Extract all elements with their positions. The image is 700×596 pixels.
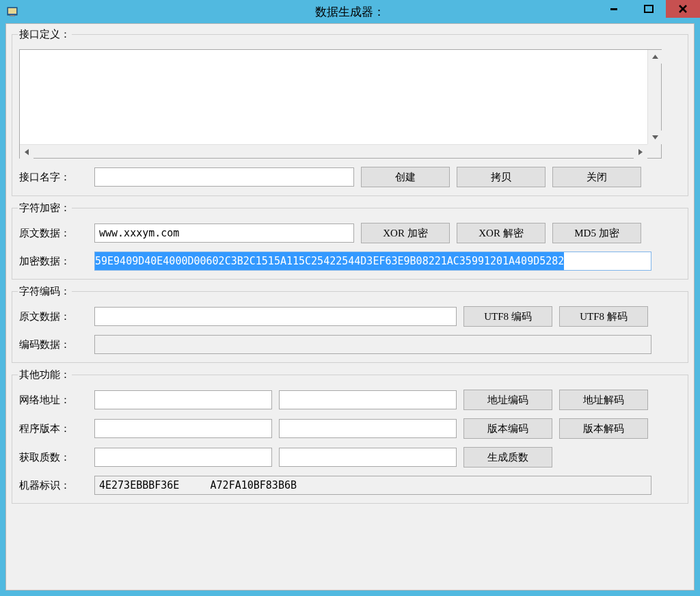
scroll-corner: [647, 144, 661, 158]
interface-def-textarea[interactable]: [19, 49, 662, 159]
version-encode-button[interactable]: 版本编码: [463, 418, 552, 439]
svg-rect-4: [610, 8, 617, 10]
svg-rect-2: [10, 15, 14, 16]
prime-label: 获取质数：: [19, 451, 88, 464]
encode-plain-label: 原文数据：: [19, 310, 88, 323]
group-legend: 字符加密：: [18, 202, 72, 215]
minimize-button[interactable]: [597, 0, 632, 18]
app-window: 数据生成器： 接口定义：: [0, 0, 700, 596]
machine-id-output[interactable]: 4E273EBBBF36E A72FA10BF83B6B: [94, 476, 651, 495]
group-interface-def: 接口定义：: [12, 28, 688, 196]
encode-plain-input[interactable]: [94, 307, 457, 326]
window-title: 数据生成器：: [0, 4, 700, 20]
version-input1[interactable]: [94, 419, 272, 438]
scroll-up-icon[interactable]: [648, 50, 662, 64]
horizontal-scrollbar[interactable]: [20, 144, 647, 158]
gen-prime-button[interactable]: 生成质数: [463, 447, 552, 468]
encrypted-data-label: 加密数据：: [19, 255, 88, 268]
prime-input2[interactable]: [279, 448, 457, 467]
machine-id-label: 机器标识：: [19, 479, 88, 492]
create-button[interactable]: 创建: [361, 167, 450, 187]
encode-data-output[interactable]: [94, 335, 651, 354]
copy-button[interactable]: 拷贝: [457, 167, 546, 187]
addr-encode-button[interactable]: 地址编码: [463, 390, 552, 410]
client-area: 接口定义：: [5, 23, 695, 591]
version-decode-button[interactable]: 版本解码: [559, 418, 648, 439]
group-string-encrypt: 字符加密： 原文数据： XOR 加密 XOR 解密 MD5 加密 加密数据： 5…: [12, 202, 688, 280]
scroll-left-icon[interactable]: [20, 145, 33, 159]
net-addr-input2[interactable]: [279, 390, 457, 409]
maximize-button[interactable]: [632, 0, 666, 18]
utf8-encode-button[interactable]: UTF8 编码: [463, 306, 552, 327]
svg-rect-1: [8, 8, 16, 14]
window-controls: [597, 0, 700, 18]
version-input2[interactable]: [279, 419, 457, 438]
group-legend: 其他功能：: [18, 368, 72, 381]
xor-decrypt-button[interactable]: XOR 解密: [457, 223, 546, 243]
close-dialog-button[interactable]: 关闭: [552, 167, 641, 187]
titlebar: 数据生成器：: [0, 0, 700, 23]
addr-decode-button[interactable]: 地址解码: [559, 390, 648, 410]
group-string-encode: 字符编码： 原文数据： UTF8 编码 UTF8 解码 编码数据：: [12, 285, 688, 363]
plain-data-input[interactable]: [94, 224, 354, 243]
group-other: 其他功能： 网络地址： 地址编码 地址解码 程序版本： 版本编码 版本解码 获取…: [12, 368, 688, 504]
scroll-down-icon[interactable]: [648, 131, 662, 144]
md5-encrypt-button[interactable]: MD5 加密: [552, 223, 641, 243]
encrypted-data-output[interactable]: 59E9409D40E4000D00602C3B2C1515A115C25422…: [94, 252, 651, 271]
svg-rect-3: [10, 16, 15, 16]
group-legend: 接口定义：: [18, 28, 72, 41]
scroll-right-icon[interactable]: [634, 145, 647, 159]
version-label: 程序版本：: [19, 422, 88, 435]
encode-data-label: 编码数据：: [19, 338, 88, 351]
utf8-decode-button[interactable]: UTF8 解码: [559, 306, 648, 327]
prime-input1[interactable]: [94, 448, 272, 467]
close-button[interactable]: [666, 0, 700, 18]
net-addr-label: 网络地址：: [19, 394, 88, 407]
interface-name-input[interactable]: [94, 167, 354, 187]
net-addr-input1[interactable]: [94, 390, 272, 409]
interface-name-label: 接口名字：: [19, 171, 88, 184]
vertical-scrollbar[interactable]: [647, 50, 661, 144]
group-legend: 字符编码：: [18, 285, 72, 298]
xor-encrypt-button[interactable]: XOR 加密: [361, 223, 450, 243]
app-icon: [7, 6, 18, 17]
plain-data-label: 原文数据：: [19, 227, 88, 240]
svg-rect-5: [645, 5, 653, 12]
